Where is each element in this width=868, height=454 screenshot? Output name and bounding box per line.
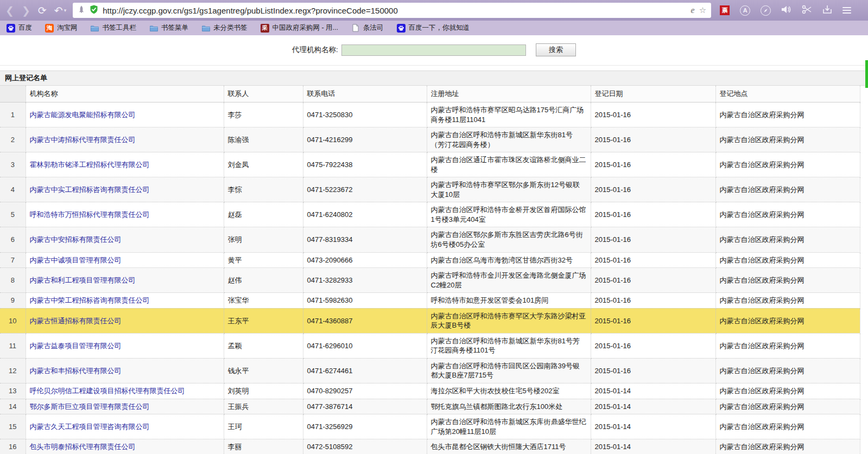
hamburger-menu-icon[interactable]	[842, 5, 851, 15]
download-icon[interactable]	[822, 5, 832, 16]
undo-icon[interactable]: ↶	[54, 5, 63, 16]
org-name-cell[interactable]: 内蒙古久天工程项目管理咨询有限公司	[26, 414, 224, 439]
org-name-link[interactable]: 内蒙古能源发电聚能招标有限公司	[30, 111, 136, 119]
folder-icon	[91, 24, 99, 33]
address-cell: 内蒙古呼和浩特市赛罕区昭乌达路175号汇商广场商务楼11层11041	[427, 103, 591, 127]
search-button[interactable]: 搜索	[536, 43, 576, 56]
bookmark-label: 百度	[18, 23, 32, 33]
org-name-link[interactable]: 内蒙古中诚项目管理有限公司	[30, 256, 122, 264]
bookmark-item[interactable]: 未分类书签	[201, 23, 248, 33]
bookmarks-bar: 百度淘淘宝网书签工具栏书签菜单未分类书签采中国政府采购网 - 用...条法司百度…	[0, 21, 868, 35]
bookmark-item[interactable]: 书签菜单	[149, 23, 188, 33]
scrollbar-thumb[interactable]	[865, 60, 868, 88]
org-name-link[interactable]: 内蒙古中实工程招标咨询有限责任公司	[30, 186, 150, 194]
bookmark-item[interactable]: 淘淘宝网	[45, 23, 78, 33]
url-bar[interactable]: http://jczy.ccgp.gov.cn/gs1/gs1agentreg/…	[73, 3, 711, 18]
org-name-link[interactable]: 霍林郭勒市铭泽工程招标代理有限公司	[30, 161, 150, 169]
table-row: 10内蒙古恒通招标有限责任公司王东平0471-4360887内蒙古自治区呼和浩特…	[0, 308, 860, 333]
phone-cell: 0471-4360887	[303, 308, 427, 333]
org-name-cell[interactable]: 内蒙古中涛招标代理有限责任公司	[26, 127, 224, 152]
phone-cell: 0475-7922438	[303, 152, 427, 177]
url-text[interactable]: http://jczy.ccgp.gov.cn/gs1/gs1agentreg/…	[103, 6, 686, 15]
table-row: 7内蒙古中诚项目管理有限公司黄平0473-2090666内蒙古自治区乌海市海勃湾…	[0, 252, 860, 268]
chevron-down-icon[interactable]: ▾	[64, 8, 67, 13]
org-name-cell[interactable]: 鄂尔多斯市巨立项目管理有限责任公司	[26, 399, 224, 414]
org-name-link[interactable]: 内蒙古中涛招标代理有限责任公司	[30, 136, 136, 144]
address-cell: 内蒙古自治区通辽市霍市珠区友谊路桥北侧商业二楼	[427, 152, 591, 177]
org-name-cell[interactable]: 霍林郭勒市铭泽工程招标代理有限公司	[26, 152, 224, 177]
org-name-link[interactable]: 内蒙古中安招标有限责任公司	[30, 235, 122, 244]
folder-icon	[201, 24, 210, 33]
date-cell: 2015-01-16	[591, 227, 715, 252]
circled-a-extension-icon[interactable]: A	[740, 5, 750, 16]
undo-button[interactable]: ↶ ▾	[54, 5, 66, 16]
org-name-cell[interactable]: 内蒙古恒通招标有限责任公司	[26, 308, 224, 333]
page-icon	[351, 24, 360, 33]
place-cell: 内蒙古自治区政府采购分网	[715, 103, 860, 127]
phone-cell: 0471-6274461	[303, 358, 427, 383]
org-name-cell[interactable]: 内蒙古能源发电聚能招标有限公司	[26, 103, 224, 127]
piao-extension-icon[interactable]: 票	[720, 5, 730, 15]
org-name-link[interactable]: 内蒙古和利工程项目管理有限公司	[30, 276, 136, 284]
phone-cell: 0471-3250830	[303, 103, 427, 127]
page-content: 代理机构名称: 搜索 网上登记名单 机构名称联系人联系电话注册地址登记日期登记地…	[0, 35, 868, 454]
date-cell: 2015-01-16	[591, 252, 715, 268]
table-body: 1内蒙古能源发电聚能招标有限公司李莎0471-3250830内蒙古呼和浩特市赛罕…	[0, 103, 860, 454]
place-cell: 内蒙古自治区政府采购分网	[715, 177, 860, 202]
table-header-row: 机构名称联系人联系电话注册地址登记日期登记地点	[0, 86, 860, 103]
org-name-link[interactable]: 鄂尔多斯市巨立项目管理有限责任公司	[30, 402, 150, 411]
org-name-link[interactable]: 呼和浩特市万恒招标代理有限责任公司	[30, 210, 150, 219]
org-name-link[interactable]: 呼伦贝尔明信工程建设项目招标代理有限责任公司	[30, 387, 185, 395]
org-name-link[interactable]: 内蒙古中荣工程招标咨询有限责任公司	[30, 296, 150, 304]
org-name-link[interactable]: 包头市明泰招标代理有限责任公司	[30, 443, 136, 451]
date-cell: 2015-01-14	[591, 414, 715, 439]
contact-cell: 赵磊	[224, 202, 303, 227]
org-name-link[interactable]: 内蒙古久天工程项目管理咨询有限公司	[30, 423, 150, 431]
contact-cell: 张宝华	[224, 293, 303, 309]
forward-icon[interactable]: ❯	[22, 5, 30, 16]
scissors-icon[interactable]	[802, 5, 812, 16]
search-label: 代理机构名称:	[292, 45, 338, 55]
agency-name-input[interactable]	[341, 44, 526, 56]
address-cell: 内蒙古自治区鄂尔多斯市东胜区吉劳庆北路6号街坊6号楼05办公室	[427, 227, 591, 252]
reload-icon[interactable]: ⟳	[38, 5, 47, 16]
row-number: 1	[0, 103, 26, 127]
org-name-cell[interactable]: 呼伦贝尔明信工程建设项目招标代理有限责任公司	[26, 383, 224, 399]
bookmark-item[interactable]: 条法司	[351, 23, 384, 33]
bookmark-item[interactable]: 百度	[7, 23, 32, 33]
org-name-cell[interactable]: 内蒙古中安招标有限责任公司	[26, 227, 224, 252]
bookmark-item[interactable]: 采中国政府采购网 - 用...	[261, 23, 339, 33]
date-cell: 2015-01-16	[591, 177, 715, 202]
org-name-cell[interactable]: 内蒙古和丰招标代理有限公司	[26, 358, 224, 383]
org-name-cell[interactable]: 内蒙古和利工程项目管理有限公司	[26, 268, 224, 293]
org-name-cell[interactable]: 内蒙古益泰项目管理有限公司	[26, 333, 224, 358]
org-name-link[interactable]: 内蒙古和丰招标代理有限公司	[30, 367, 122, 375]
org-name-link[interactable]: 内蒙古益泰项目管理有限公司	[30, 342, 122, 350]
date-cell: 2015-01-16	[591, 103, 715, 127]
date-cell: 2015-01-16	[591, 358, 715, 383]
speaker-icon[interactable]	[781, 5, 791, 16]
ie-compatibility-icon[interactable]: e	[690, 5, 695, 16]
row-number: 10	[0, 308, 26, 333]
org-name-cell[interactable]: 呼和浩特市万恒招标代理有限责任公司	[26, 202, 224, 227]
compass-icon[interactable]	[761, 5, 771, 16]
org-name-cell[interactable]: 内蒙古中荣工程招标咨询有限责任公司	[26, 293, 224, 309]
phone-cell: 0472-5108592	[303, 439, 427, 454]
row-number: 13	[0, 383, 26, 399]
security-shield-icon[interactable]	[90, 5, 98, 16]
org-name-cell[interactable]: 内蒙古中诚项目管理有限公司	[26, 252, 224, 268]
bookmark-item[interactable]: 书签工具栏	[91, 23, 137, 33]
contact-cell: 孟颖	[224, 333, 303, 358]
row-number: 15	[0, 414, 26, 439]
bookmark-item[interactable]: 百度一下，你就知道	[397, 23, 470, 33]
back-icon[interactable]: ❮	[5, 5, 14, 16]
place-cell: 内蒙古自治区政府采购分网	[715, 358, 860, 383]
address-cell: 包头市昆都仑区钢铁大街恒隆大酒店1711号	[427, 439, 591, 454]
bookmark-star-icon[interactable]: ☆	[699, 5, 706, 15]
bookmark-label: 书签菜单	[161, 23, 188, 33]
org-name-cell[interactable]: 内蒙古中实工程招标咨询有限责任公司	[26, 177, 224, 202]
org-name-cell[interactable]: 包头市明泰招标代理有限责任公司	[26, 439, 224, 454]
bookmark-label: 书签工具栏	[103, 23, 137, 33]
org-name-link[interactable]: 内蒙古恒通招标有限责任公司	[30, 317, 122, 325]
table-row: 8内蒙古和利工程项目管理有限公司赵伟0471-3282933内蒙古呼和浩特市金川…	[0, 268, 860, 293]
